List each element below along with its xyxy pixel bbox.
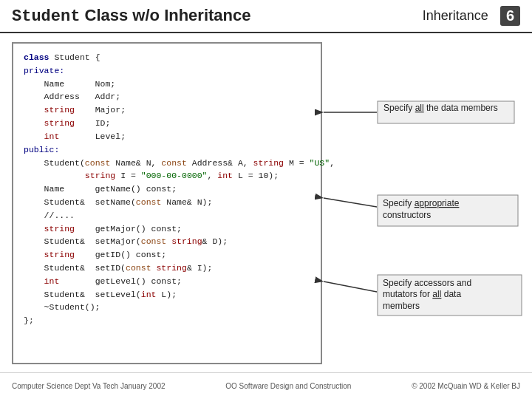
header-right: Inheritance 6 (423, 6, 520, 26)
kw-const-4: const (141, 236, 167, 246)
header-page-number: 6 (500, 6, 520, 26)
code-box: class Student { private: Name Nom; Addre… (12, 42, 322, 364)
footer-right: © 2002 McQuain WD & Keller BJ (412, 382, 520, 390)
kw-string-2: string (44, 118, 75, 128)
kw-const-5: const (126, 263, 151, 273)
footer-left: Computer Science Dept Va Tech January 20… (12, 382, 166, 390)
kw-int-2: int (217, 171, 233, 180)
kw-private: private: (24, 66, 64, 75)
kw-int-1: int (44, 132, 60, 141)
kw-string-5: string (44, 224, 75, 233)
content-area: class Student { private: Name Nom; Addre… (0, 33, 532, 373)
slide: Student Class w/o Inheritance Inheritanc… (0, 0, 532, 399)
title-rest: Class w/o Inheritance (80, 6, 250, 24)
kw-string-6: string (171, 236, 202, 246)
kw-string-1: string (44, 105, 75, 115)
str-lit-2: "000-00-0000" (141, 171, 208, 180)
kw-const-2: const (161, 158, 187, 168)
kw-int-3: int (44, 276, 60, 286)
kw-string-8: string (156, 263, 186, 273)
header-inheritance-label: Inheritance (423, 8, 488, 24)
slide-title: Student Class w/o Inheritance (12, 6, 423, 26)
footer-center: OO Software Design and Construction (225, 382, 351, 390)
kw-const-1: const (85, 158, 111, 168)
title-student: Student (12, 7, 80, 26)
kw-const-3: const (136, 197, 162, 207)
header: Student Class w/o Inheritance Inheritanc… (0, 0, 532, 33)
kw-string-7: string (44, 250, 75, 259)
kw-string-4: string (85, 171, 115, 180)
kw-int-4: int (141, 290, 157, 299)
code-content: class Student { private: Name Nom; Addre… (24, 51, 310, 327)
footer: Computer Science Dept Va Tech January 20… (0, 372, 532, 399)
str-lit-1: "US" (310, 158, 330, 168)
kw-public: public: (24, 145, 59, 154)
kw-class: class (24, 52, 50, 62)
kw-string-3: string (253, 158, 284, 168)
